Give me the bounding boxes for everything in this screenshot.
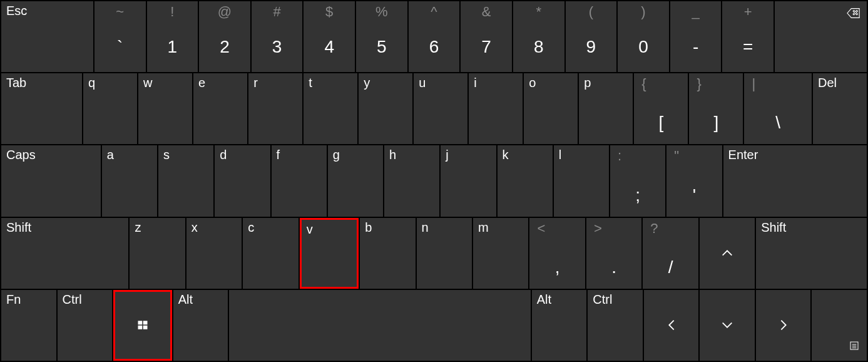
key-r[interactable]: r	[248, 73, 302, 144]
key-u[interactable]: u	[414, 73, 467, 144]
key-p[interactable]: p	[579, 73, 633, 144]
key-6[interactable]: ^6	[409, 1, 460, 72]
key-tab[interactable]: Tab	[1, 73, 82, 144]
key-right-alt[interactable]: Alt	[532, 290, 587, 361]
svg-rect-0	[138, 321, 142, 325]
key-e[interactable]: e	[193, 73, 247, 144]
key-h[interactable]: h	[384, 145, 439, 216]
key-4[interactable]: $4	[304, 1, 355, 72]
key-k[interactable]: k	[498, 145, 553, 216]
key-enter[interactable]: Enter	[723, 145, 867, 216]
key-up[interactable]	[700, 218, 755, 289]
key-7[interactable]: &7	[461, 1, 512, 72]
key-right[interactable]	[756, 290, 811, 361]
key-8[interactable]: *8	[513, 1, 564, 72]
key-m[interactable]: m	[473, 218, 528, 289]
key-space[interactable]	[229, 290, 531, 361]
key-i[interactable]: i	[469, 73, 523, 144]
key-left-ctrl[interactable]: Ctrl	[58, 290, 113, 361]
key-j[interactable]: j	[441, 145, 496, 216]
key-quote[interactable]: "'	[666, 145, 722, 216]
key-g[interactable]: g	[328, 145, 383, 216]
svg-rect-3	[143, 326, 148, 329]
key-v[interactable]: v	[300, 218, 359, 289]
key-l[interactable]: l	[554, 145, 609, 216]
key-2[interactable]: @2	[199, 1, 250, 72]
svg-rect-4	[850, 342, 858, 349]
key-n[interactable]: n	[417, 218, 472, 289]
key-win[interactable]	[113, 290, 172, 361]
key-semicolon[interactable]: :;	[610, 145, 665, 216]
key-caps[interactable]: Caps	[1, 145, 101, 216]
key-t[interactable]: t	[304, 73, 357, 144]
key-w[interactable]: w	[138, 73, 192, 144]
key-o[interactable]: o	[524, 73, 578, 144]
key-right-bracket[interactable]: }]	[689, 73, 743, 144]
key-minus[interactable]: _-	[670, 1, 722, 72]
keyboard-row-2: Tab q w e r t y u i o p {[ }] |\ Del	[1, 73, 867, 144]
key-9[interactable]: (9	[566, 1, 617, 72]
caret-up-icon	[700, 218, 755, 289]
key-label: Esc	[6, 4, 27, 18]
key-period[interactable]: >.	[586, 218, 641, 289]
key-left-alt[interactable]: Alt	[173, 290, 228, 361]
key-down[interactable]	[700, 290, 755, 361]
menu-icon	[849, 338, 859, 354]
key-z[interactable]: z	[130, 218, 185, 289]
on-screen-keyboard: Esc ~` !1 @2 #3 $4 %5 ^6 &7 *8 (9 )0 _- …	[1, 1, 867, 361]
key-f[interactable]: f	[272, 145, 327, 216]
key-b[interactable]: b	[360, 218, 415, 289]
key-c[interactable]: c	[243, 218, 298, 289]
key-backslash[interactable]: |\	[744, 73, 812, 144]
key-backtick[interactable]: ~`	[94, 1, 146, 72]
key-3[interactable]: #3	[252, 1, 303, 72]
key-comma[interactable]: <,	[529, 218, 585, 289]
key-q[interactable]: q	[83, 73, 137, 144]
key-left-shift[interactable]: Shift	[1, 218, 128, 289]
key-left-bracket[interactable]: {[	[634, 73, 688, 144]
windows-icon	[115, 292, 170, 359]
key-right-ctrl[interactable]: Ctrl	[588, 290, 643, 361]
key-backspace[interactable]	[775, 1, 867, 72]
svg-rect-1	[143, 321, 148, 325]
key-slash[interactable]: ?/	[643, 218, 698, 289]
key-y[interactable]: y	[359, 73, 412, 144]
svg-rect-2	[138, 326, 142, 329]
key-s[interactable]: s	[158, 145, 213, 216]
key-fn[interactable]: Fn	[1, 290, 56, 361]
key-0[interactable]: )0	[618, 1, 669, 72]
backspace-icon	[847, 6, 860, 24]
keyboard-row-4: Shift z x c v b n m <, >. ?/ Shift	[1, 218, 867, 289]
caret-right-icon	[756, 290, 811, 361]
keyboard-row-3: Caps a s d f g h j k l :; "' Enter	[1, 145, 867, 216]
key-right-shift[interactable]: Shift	[756, 218, 867, 289]
key-5[interactable]: %5	[356, 1, 407, 72]
caret-left-icon	[644, 290, 699, 361]
key-left[interactable]	[644, 290, 699, 361]
key-a[interactable]: a	[102, 145, 157, 216]
key-x[interactable]: x	[186, 218, 242, 289]
key-equals[interactable]: +=	[722, 1, 774, 72]
key-d[interactable]: d	[215, 145, 270, 216]
key-esc[interactable]: Esc	[1, 1, 93, 72]
key-1[interactable]: !1	[147, 1, 198, 72]
key-menu[interactable]	[812, 290, 867, 361]
keyboard-row-5: Fn Ctrl Alt Alt Ctrl	[1, 290, 867, 361]
keyboard-row-1: Esc ~` !1 @2 #3 $4 %5 ^6 &7 *8 (9 )0 _- …	[1, 1, 867, 72]
caret-down-icon	[700, 290, 755, 361]
key-del[interactable]: Del	[813, 73, 867, 144]
